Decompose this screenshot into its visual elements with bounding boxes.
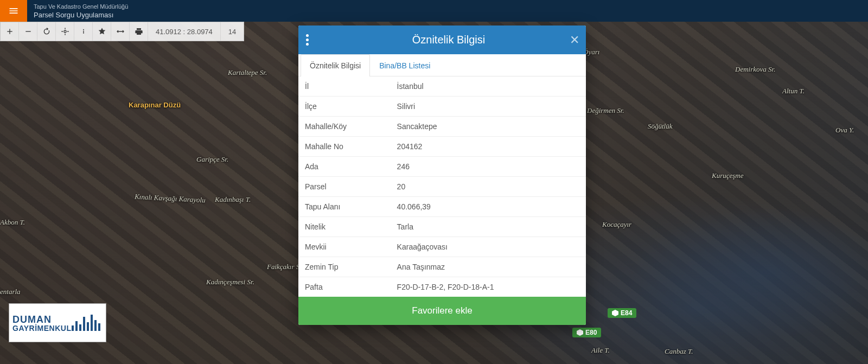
attr-label: Zemin Tip (298, 257, 391, 277)
attr-label: Mevkii (298, 237, 391, 257)
modal-tabs: Öznitelik Bilgisi Bina/BB Listesi (298, 54, 586, 76)
zoom-level-display: 14 (221, 22, 244, 41)
menu-button[interactable] (0, 0, 27, 22)
attr-value: Tarla (391, 217, 586, 237)
table-row: Mahalle/KöySancaktepe (298, 117, 586, 137)
modal-close-button[interactable]: ✕ (570, 33, 579, 47)
attr-value: Karaağaçovası (391, 237, 586, 257)
hamburger-icon (8, 5, 19, 16)
table-row: Ada246 (298, 157, 586, 177)
table-row: İlİstanbul (298, 76, 586, 97)
attr-value: 204162 (391, 137, 586, 157)
zoom-out-button[interactable] (19, 22, 37, 41)
attr-label: Ada (298, 157, 391, 177)
zoom-in-button[interactable] (1, 22, 19, 41)
measure-button[interactable] (111, 22, 130, 41)
coord-display: 41.0912 : 28.0974 (148, 22, 221, 41)
logo-line1: DUMAN (12, 315, 72, 324)
refresh-button[interactable] (37, 22, 56, 41)
info-icon (79, 27, 88, 36)
attribute-modal: Öznitelik Bilgisi ✕ Öznitelik Bilgisi Bi… (298, 25, 586, 325)
table-row: Zemin TipAna Taşınmaz (298, 257, 586, 277)
favorite-button[interactable] (93, 22, 111, 41)
logo-bars-icon (72, 314, 100, 331)
attr-value: 40.066,39 (391, 197, 586, 217)
table-row: MevkiiKaraağaçovası (298, 237, 586, 257)
svg-point-0 (64, 30, 66, 33)
plus-icon (5, 27, 14, 36)
table-row: Parsel20 (298, 177, 586, 197)
modal-header: Öznitelik Bilgisi ✕ (298, 25, 586, 54)
arrows-h-icon (116, 27, 125, 36)
attr-label: İlçe (298, 97, 391, 117)
header-org: Tapu Ve Kadastro Genel Müdürlüğü (34, 3, 128, 10)
fullextent-button[interactable] (56, 22, 74, 41)
app-header: Tapu Ve Kadastro Genel Müdürlüğü Parsel … (0, 0, 868, 22)
attr-value: İstanbul (391, 76, 586, 97)
tab-attributes[interactable]: Öznitelik Bilgisi (301, 54, 370, 76)
modal-title: Öznitelik Bilgisi (319, 34, 578, 46)
refresh-icon (42, 27, 51, 36)
attr-label: Mahalle/Köy (298, 117, 391, 137)
attr-value: Ana Taşınmaz (391, 257, 586, 277)
print-icon (135, 27, 143, 36)
tab-building-list[interactable]: Bina/BB Listesi (370, 54, 439, 76)
table-row: PaftaF20-D-17-B-2, F20-D-18-A-1 (298, 277, 586, 297)
attr-label: Parsel (298, 177, 391, 197)
attr-value: 246 (391, 157, 586, 177)
header-app: Parsel Sorgu Uygulaması (34, 11, 128, 19)
attr-label: Nitelik (298, 217, 391, 237)
svg-point-1 (83, 29, 84, 30)
map-toolbar: 41.0912 : 28.0974 14 (0, 22, 244, 41)
modal-menu-button[interactable] (306, 33, 319, 47)
attr-value: F20-D-17-B-2, F20-D-18-A-1 (391, 277, 586, 297)
add-favorite-button[interactable]: Favorilere ekle (298, 297, 586, 325)
header-titles: Tapu Ve Kadastro Genel Müdürlüğü Parsel … (27, 0, 135, 22)
table-row: NitelikTarla (298, 217, 586, 237)
attr-value: Silivri (391, 97, 586, 117)
attr-value: Sancaktepe (391, 117, 586, 137)
crosshair-icon (61, 27, 69, 36)
minus-icon (24, 27, 33, 36)
info-button[interactable] (74, 22, 93, 41)
logo-line2: GAYRİMENKUL (12, 324, 72, 332)
attr-label: Pafta (298, 277, 391, 297)
attribute-table: İlİstanbulİlçeSilivriMahalle/KöySancakte… (298, 76, 586, 297)
attr-label: Mahalle No (298, 137, 391, 157)
table-row: Mahalle No204162 (298, 137, 586, 157)
print-button[interactable] (130, 22, 148, 41)
star-icon (98, 27, 106, 36)
attr-value: 20 (391, 177, 586, 197)
agency-logo: DUMAN GAYRİMENKUL (9, 303, 106, 342)
table-row: Tapu Alanı40.066,39 (298, 197, 586, 217)
table-row: İlçeSilivri (298, 97, 586, 117)
attr-label: Tapu Alanı (298, 197, 391, 217)
attr-label: İl (298, 76, 391, 97)
